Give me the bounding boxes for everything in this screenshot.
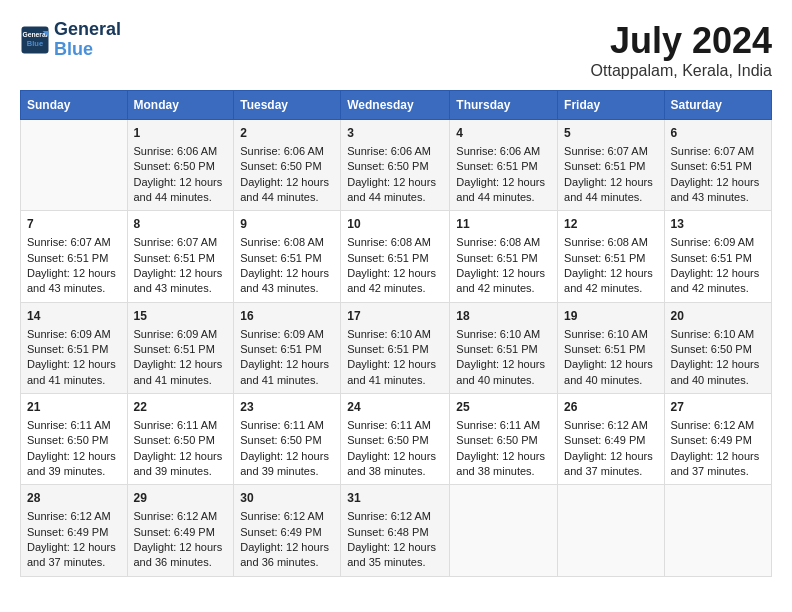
day-info: Sunset: 6:51 PM [456, 159, 551, 174]
day-number: 27 [671, 399, 765, 416]
day-info: Sunrise: 6:09 AM [134, 327, 228, 342]
day-info: and 39 minutes. [27, 464, 121, 479]
day-info: Sunrise: 6:12 AM [347, 509, 443, 524]
day-info: Sunset: 6:51 PM [564, 159, 657, 174]
day-number: 25 [456, 399, 551, 416]
calendar-cell: 14Sunrise: 6:09 AMSunset: 6:51 PMDayligh… [21, 302, 128, 393]
day-info: Sunrise: 6:12 AM [240, 509, 334, 524]
header-day: Thursday [450, 91, 558, 120]
day-info: Sunrise: 6:08 AM [456, 235, 551, 250]
day-info: Daylight: 12 hours [347, 175, 443, 190]
day-info: and 38 minutes. [456, 464, 551, 479]
calendar-cell: 27Sunrise: 6:12 AMSunset: 6:49 PMDayligh… [664, 394, 771, 485]
day-info: and 36 minutes. [134, 555, 228, 570]
day-info: and 43 minutes. [27, 281, 121, 296]
calendar-cell [450, 485, 558, 576]
day-info: Daylight: 12 hours [27, 540, 121, 555]
day-info: and 41 minutes. [134, 373, 228, 388]
day-info: Daylight: 12 hours [134, 175, 228, 190]
day-info: and 44 minutes. [240, 190, 334, 205]
day-info: Daylight: 12 hours [240, 357, 334, 372]
calendar-cell: 4Sunrise: 6:06 AMSunset: 6:51 PMDaylight… [450, 120, 558, 211]
day-info: Sunrise: 6:12 AM [134, 509, 228, 524]
title-block: July 2024 Ottappalam, Kerala, India [591, 20, 772, 80]
day-info: Daylight: 12 hours [564, 357, 657, 372]
day-info: Daylight: 12 hours [564, 266, 657, 281]
day-info: Daylight: 12 hours [456, 266, 551, 281]
header-row: SundayMondayTuesdayWednesdayThursdayFrid… [21, 91, 772, 120]
calendar-cell: 28Sunrise: 6:12 AMSunset: 6:49 PMDayligh… [21, 485, 128, 576]
day-number: 22 [134, 399, 228, 416]
calendar-cell: 15Sunrise: 6:09 AMSunset: 6:51 PMDayligh… [127, 302, 234, 393]
day-number: 21 [27, 399, 121, 416]
day-info: Sunset: 6:50 PM [240, 433, 334, 448]
day-info: Daylight: 12 hours [27, 449, 121, 464]
day-info: Sunset: 6:50 PM [347, 433, 443, 448]
day-info: Sunrise: 6:06 AM [456, 144, 551, 159]
calendar-cell: 3Sunrise: 6:06 AMSunset: 6:50 PMDaylight… [341, 120, 450, 211]
day-info: Sunset: 6:51 PM [347, 342, 443, 357]
calendar-body: 1Sunrise: 6:06 AMSunset: 6:50 PMDaylight… [21, 120, 772, 577]
day-info: Daylight: 12 hours [564, 449, 657, 464]
day-info: and 44 minutes. [134, 190, 228, 205]
day-info: Sunrise: 6:07 AM [27, 235, 121, 250]
day-info: Sunset: 6:49 PM [564, 433, 657, 448]
day-info: Sunrise: 6:11 AM [240, 418, 334, 433]
day-number: 6 [671, 125, 765, 142]
day-number: 23 [240, 399, 334, 416]
calendar-header: SundayMondayTuesdayWednesdayThursdayFrid… [21, 91, 772, 120]
day-number: 5 [564, 125, 657, 142]
day-info: Sunrise: 6:12 AM [671, 418, 765, 433]
logo-text: General Blue [54, 20, 121, 60]
day-number: 9 [240, 216, 334, 233]
day-info: Sunset: 6:51 PM [27, 251, 121, 266]
day-number: 19 [564, 308, 657, 325]
day-info: Sunrise: 6:08 AM [240, 235, 334, 250]
day-info: Sunset: 6:50 PM [134, 159, 228, 174]
day-number: 31 [347, 490, 443, 507]
day-number: 2 [240, 125, 334, 142]
calendar-cell: 6Sunrise: 6:07 AMSunset: 6:51 PMDaylight… [664, 120, 771, 211]
day-info: Sunrise: 6:12 AM [27, 509, 121, 524]
day-info: Sunset: 6:50 PM [134, 433, 228, 448]
header-day: Sunday [21, 91, 128, 120]
day-info: and 40 minutes. [456, 373, 551, 388]
day-info: Daylight: 12 hours [27, 357, 121, 372]
day-info: and 40 minutes. [564, 373, 657, 388]
calendar-cell: 19Sunrise: 6:10 AMSunset: 6:51 PMDayligh… [558, 302, 664, 393]
day-number: 12 [564, 216, 657, 233]
day-info: Daylight: 12 hours [671, 449, 765, 464]
day-info: Sunrise: 6:08 AM [347, 235, 443, 250]
day-info: and 42 minutes. [671, 281, 765, 296]
day-info: and 37 minutes. [27, 555, 121, 570]
day-info: Sunrise: 6:10 AM [564, 327, 657, 342]
day-info: Sunrise: 6:11 AM [456, 418, 551, 433]
calendar-cell: 9Sunrise: 6:08 AMSunset: 6:51 PMDaylight… [234, 211, 341, 302]
day-number: 30 [240, 490, 334, 507]
day-info: Sunrise: 6:10 AM [347, 327, 443, 342]
day-info: Daylight: 12 hours [347, 540, 443, 555]
calendar-cell: 5Sunrise: 6:07 AMSunset: 6:51 PMDaylight… [558, 120, 664, 211]
header-day: Saturday [664, 91, 771, 120]
page-header: General Blue General Blue July 2024 Otta… [20, 20, 772, 80]
day-info: Daylight: 12 hours [347, 449, 443, 464]
day-info: Sunset: 6:51 PM [240, 342, 334, 357]
day-number: 20 [671, 308, 765, 325]
header-day: Monday [127, 91, 234, 120]
calendar-cell: 24Sunrise: 6:11 AMSunset: 6:50 PMDayligh… [341, 394, 450, 485]
day-info: Sunrise: 6:10 AM [456, 327, 551, 342]
day-info: Sunrise: 6:12 AM [564, 418, 657, 433]
day-number: 13 [671, 216, 765, 233]
day-info: Sunrise: 6:06 AM [240, 144, 334, 159]
day-number: 11 [456, 216, 551, 233]
day-info: Sunrise: 6:06 AM [134, 144, 228, 159]
calendar-cell: 16Sunrise: 6:09 AMSunset: 6:51 PMDayligh… [234, 302, 341, 393]
day-info: Sunset: 6:51 PM [671, 159, 765, 174]
calendar-cell: 23Sunrise: 6:11 AMSunset: 6:50 PMDayligh… [234, 394, 341, 485]
day-info: and 42 minutes. [564, 281, 657, 296]
day-info: Daylight: 12 hours [347, 266, 443, 281]
calendar-cell: 2Sunrise: 6:06 AMSunset: 6:50 PMDaylight… [234, 120, 341, 211]
day-info: and 44 minutes. [456, 190, 551, 205]
day-info: Sunset: 6:50 PM [456, 433, 551, 448]
calendar-cell: 26Sunrise: 6:12 AMSunset: 6:49 PMDayligh… [558, 394, 664, 485]
